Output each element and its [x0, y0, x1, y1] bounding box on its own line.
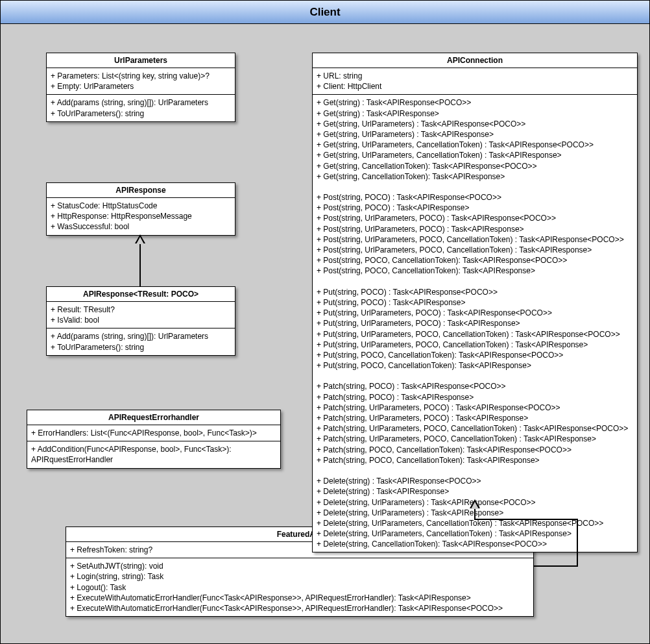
class-attributes: + Parameters: List<(string key, string v… [47, 68, 235, 95]
class-api-connection: APIConnection + URL: string+ Client: Htt… [312, 53, 638, 552]
class-api-response: APIResponse + StatusCode: HttpStatusCode… [46, 182, 235, 236]
class-title: APIRequestErrorhandler [27, 410, 280, 425]
class-api-request-error-handler: APIRequestErrorhandler + ErrorHandlers: … [27, 410, 281, 469]
inheritance-edge [534, 565, 578, 567]
package-title: Client [1, 1, 649, 24]
class-operations: + SetAuthJWT(string): void+ Login(string… [66, 558, 533, 616]
class-attributes: + StatusCode: HttpStatusCode+ HttpRespon… [47, 198, 235, 235]
class-title: APIResponse<TResult: POCO> [47, 287, 235, 302]
class-url-parameters: UrlParameters + Parameters: List<(string… [46, 53, 235, 122]
class-attributes: + Result: TResult?+ IsValid: bool [47, 302, 235, 328]
inheritance-edge [577, 519, 578, 567]
class-api-response-generic: APIResponse<TResult: POCO> + Result: TRe… [46, 286, 235, 356]
inheritance-edge [474, 508, 475, 520]
class-operations: + Add(params (string, sring)[]): UrlPara… [47, 328, 235, 354]
inheritance-edge [474, 519, 578, 520]
inheritance-arrowhead-fill [471, 502, 479, 509]
class-title: APIResponse [47, 183, 235, 198]
inheritance-edge [139, 243, 141, 286]
class-attributes: + ErrorHandlers: List<(Func<APIResponse,… [27, 425, 280, 441]
class-title: APIConnection [313, 53, 637, 68]
class-attributes: + URL: string+ Client: HttpClient [313, 68, 637, 95]
class-operations: + Get(string) : Task<APIResponse<POCO>>+… [313, 95, 637, 552]
package-client: Client UrlParameters + Parameters: List<… [0, 0, 650, 644]
class-title: UrlParameters [47, 53, 235, 68]
class-operations: + AddCondition(Func<APIResponse, bool>, … [27, 441, 280, 467]
class-operations: + Add(params (string, sring)[]): UrlPara… [47, 95, 235, 121]
inheritance-arrowhead-fill [136, 237, 144, 244]
